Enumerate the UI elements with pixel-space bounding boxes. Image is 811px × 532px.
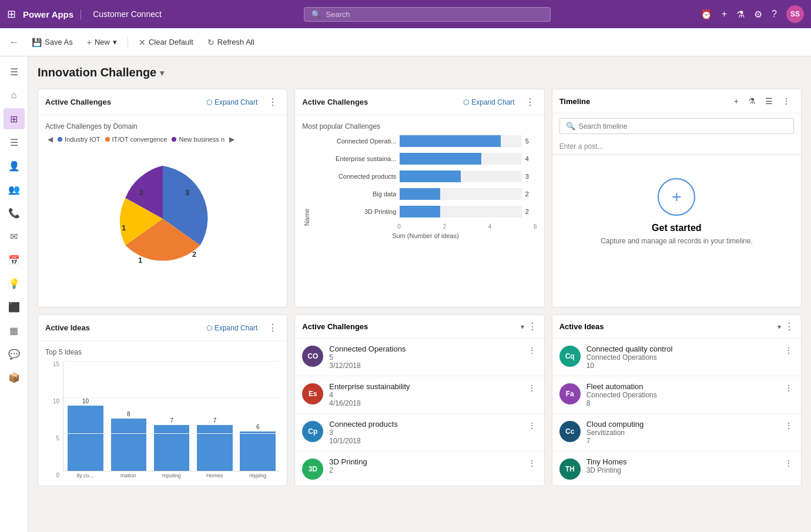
ideas-list-item-4: TH Tiny Homes 3D Printing ⋮ xyxy=(552,451,801,486)
sidebar-item-menu[interactable]: ☰ xyxy=(4,61,25,82)
challenges-item-title-2: Enterprise sustainability xyxy=(329,382,520,391)
vbar-col-3: 7 xyxy=(152,417,192,471)
hbar-more-button[interactable]: ⋮ xyxy=(523,95,537,109)
ideas-item-more-3[interactable]: ⋮ xyxy=(783,420,794,431)
save-as-button[interactable]: 💾 Save As xyxy=(26,35,79,50)
svg-text:2: 2 xyxy=(192,250,196,259)
challenges-item-more-3[interactable]: ⋮ xyxy=(527,420,537,431)
vbar-bar-4 xyxy=(197,425,233,471)
hbar-row-3: Connected products3 xyxy=(314,170,537,182)
clear-icon: ✕ xyxy=(139,38,146,47)
clear-default-button[interactable]: ✕ Clear Default xyxy=(133,35,199,50)
challenges-list-more[interactable]: ⋮ xyxy=(528,321,537,332)
refresh-all-button[interactable]: ↻ Refresh All xyxy=(202,35,260,50)
hbar-expand-button[interactable]: ⬡ Expand Chart xyxy=(460,97,518,108)
hbar-label-4: Big data xyxy=(314,190,396,198)
pie-expand-button[interactable]: ⬡ Expand Chart xyxy=(203,97,261,108)
settings-icon[interactable]: ⚙ xyxy=(754,9,762,20)
hbar-card-title: Active Challenges xyxy=(302,98,455,106)
avatar[interactable]: SS xyxy=(786,5,804,23)
sidebar-item-package[interactable]: 📦 xyxy=(4,367,25,388)
page-title-chevron[interactable]: ▾ xyxy=(160,68,164,78)
vbar-col-4: 7 xyxy=(195,417,234,471)
challenges-list-item-2: Es Enterprise sustainability 4 4/16/2018… xyxy=(295,376,544,414)
hbar-value-1: 5 xyxy=(525,138,537,145)
ideas-item-content-3: Cloud computing Servitization 7 xyxy=(587,420,778,445)
hbar-expand-icon: ⬡ xyxy=(463,98,469,106)
svg-text:2: 2 xyxy=(139,188,143,197)
legend-label-1: Industry IOT xyxy=(65,136,100,143)
vbar-expand-button[interactable]: ⬡ Expand Chart xyxy=(203,323,261,333)
challenges-list-scroll[interactable]: CO Connected Operations 5 3/12/2018 ⋮ Es… xyxy=(295,339,544,486)
sidebar-item-dashboard[interactable]: ⊞ xyxy=(4,108,25,129)
sidebar-item-blocks[interactable]: ⬛ xyxy=(4,296,25,317)
ideas-item-title-4: Tiny Homes xyxy=(587,457,778,466)
active-challenges-hbar-card: Active Challenges ⬡ Expand Chart ⋮ Most … xyxy=(294,89,544,307)
ideas-item-more-1[interactable]: ⋮ xyxy=(783,344,794,356)
filter-icon[interactable]: ⚗ xyxy=(736,9,745,20)
pie-more-button[interactable]: ⋮ xyxy=(266,95,280,109)
hbar-value-5: 2 xyxy=(525,208,537,215)
grid-icon[interactable]: ⊞ xyxy=(7,8,16,21)
ideas-list-chevron[interactable]: ▾ xyxy=(778,323,781,331)
sidebar-item-calendar[interactable]: 📅 xyxy=(4,249,25,270)
sidebar-item-chat[interactable]: 💬 xyxy=(4,343,25,364)
hbar-row-2: Enterprise sustaina...4 xyxy=(314,153,537,165)
hbar-label-5: 3D Printing xyxy=(314,208,396,215)
get-started-plus-button[interactable]: + xyxy=(658,178,695,216)
sidebar-item-home[interactable]: ⌂ xyxy=(4,85,25,106)
timeline-add-button[interactable]: + xyxy=(730,95,742,107)
hbar-chart: Connected Operati...5Enterprise sustaina… xyxy=(314,135,537,218)
new-button[interactable]: + New ▾ xyxy=(81,35,123,50)
legend-next[interactable]: ▶ xyxy=(227,135,237,143)
timeline-more-button[interactable]: ⋮ xyxy=(779,95,794,107)
challenges-item-title-4: 3D Printing xyxy=(329,457,520,466)
search-input[interactable] xyxy=(326,10,543,19)
vbar-more-button[interactable]: ⋮ xyxy=(266,321,280,334)
enter-post[interactable]: Enter a post... xyxy=(552,139,801,155)
global-search[interactable]: 🔍 xyxy=(304,7,551,22)
sidebar-item-contacts[interactable]: 👥 xyxy=(4,179,25,200)
challenges-item-more-4[interactable]: ⋮ xyxy=(527,457,537,469)
vbar-xlabel-4: Homes xyxy=(195,473,234,479)
ideas-item-more-4[interactable]: ⋮ xyxy=(783,457,794,469)
challenges-item-content-2: Enterprise sustainability 4 4/16/2018 xyxy=(329,382,520,407)
challenges-list-item-3: Cp Connected products 3 10/1/2018 ⋮ xyxy=(295,414,544,451)
main-layout: ☰ ⌂ ⊞ ☰ 👤 👥 📞 ✉ 📅 💡 ⬛ ▦ 💬 📦 Innovation C… xyxy=(0,56,811,532)
ideas-list-more[interactable]: ⋮ xyxy=(785,321,794,332)
vbar-expand-icon: ⬡ xyxy=(206,324,212,332)
hbar-value-2: 4 xyxy=(525,155,537,162)
challenges-item-more-2[interactable]: ⋮ xyxy=(527,382,537,394)
dashboard-grid-top: Active Challenges ⬡ Expand Chart ⋮ Activ… xyxy=(38,89,802,307)
sidebar-item-phone[interactable]: 📞 xyxy=(4,202,25,223)
hbar-fill-2 xyxy=(400,153,481,165)
ideas-item-more-2[interactable]: ⋮ xyxy=(783,382,794,394)
timeline-filter-button[interactable]: ⚗ xyxy=(745,95,759,107)
expand-icon: ⬡ xyxy=(206,98,212,106)
timeline-search-input[interactable] xyxy=(579,122,787,131)
legend-prev[interactable]: ◀ xyxy=(45,135,55,143)
challenges-item-more-1[interactable]: ⋮ xyxy=(527,344,537,356)
legend-dot-1 xyxy=(58,137,62,142)
challenges-list-chevron[interactable]: ▾ xyxy=(521,323,524,331)
plus-icon[interactable]: + xyxy=(722,9,727,19)
timeline-columns-button[interactable]: ☰ xyxy=(762,95,776,107)
sidebar-item-table[interactable]: ▦ xyxy=(4,320,25,341)
ideas-list-scroll[interactable]: Cq Connected quality control Connected O… xyxy=(552,339,801,486)
challenges-item-sub1-3: 3 xyxy=(329,429,520,437)
hbar-row-1: Connected Operati...5 xyxy=(314,135,537,147)
sidebar-item-user[interactable]: 👤 xyxy=(4,155,25,176)
hbar-track-3 xyxy=(400,170,521,182)
hbar-card-header: Active Challenges ⬡ Expand Chart ⋮ xyxy=(295,89,544,115)
sidebar-item-email[interactable]: ✉ xyxy=(4,226,25,247)
sidebar-item-records[interactable]: ☰ xyxy=(4,132,25,153)
challenges-item-title-1: Connected Operations xyxy=(329,344,520,353)
hbar-value-3: 3 xyxy=(525,173,537,180)
back-button[interactable]: ← xyxy=(5,35,24,50)
sidebar-item-lightbulb[interactable]: 💡 xyxy=(4,273,25,294)
help-icon[interactable]: ? xyxy=(772,9,777,19)
activity-icon[interactable]: ⏰ xyxy=(701,9,712,20)
timeline-search-container[interactable]: 🔍 xyxy=(559,118,794,134)
legend-dot-2 xyxy=(105,137,110,142)
vbar-xlabel-3: mputing xyxy=(152,473,191,479)
